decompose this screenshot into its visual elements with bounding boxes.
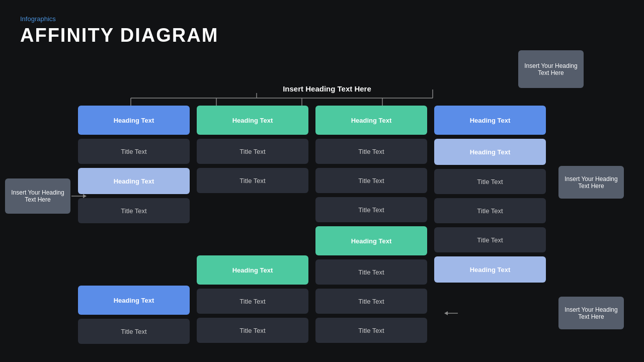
column-3: Heading TextTitle TextTitle TextTitle Te…: [315, 106, 427, 344]
card-col3-row1: Heading Text: [315, 106, 427, 135]
card-col1-row7: Heading Text: [78, 286, 190, 315]
card-col1-row4: Title Text: [78, 198, 190, 223]
card-col3-row8: Title Text: [315, 318, 427, 343]
card-text: Title Text: [358, 206, 384, 214]
card-text: Heading Text: [351, 237, 392, 245]
right-side-box-1: Insert Your Heading Text Here: [558, 166, 624, 199]
card-text: Title Text: [239, 148, 265, 155]
card-col3-row4: Title Text: [315, 197, 427, 222]
card-text: Title Text: [121, 207, 146, 215]
main-title: AFFINITY DIAGRAM: [20, 25, 624, 46]
center-heading: Insert Heading Text Here: [283, 84, 371, 93]
card-col2-row5: [197, 226, 308, 251]
card-text: Heading Text: [351, 117, 392, 124]
card-col3-row2: Title Text: [315, 139, 427, 164]
card-col4-row6: Heading Text: [434, 256, 546, 283]
card-col4-row3: Title Text: [434, 169, 546, 194]
columns: Heading TextTitle TextHeading TextTitle …: [78, 106, 546, 344]
card-col2-row6: Heading Text: [197, 255, 308, 285]
right-side-box-2: Insert Your Heading Text Here: [558, 297, 624, 329]
card-text: Heading Text: [232, 266, 273, 274]
card-text: Heading Text: [232, 117, 273, 124]
card-text: Title Text: [358, 177, 384, 185]
card-col3-row3: Title Text: [315, 168, 427, 193]
card-text: Title Text: [358, 298, 384, 305]
card-text: Heading Text: [114, 297, 154, 304]
card-text: Heading Text: [114, 117, 154, 124]
card-text: Heading Text: [470, 148, 511, 156]
card-col4-row1: Heading Text: [434, 106, 546, 135]
card-text: Title Text: [358, 148, 384, 155]
card-text: Title Text: [239, 298, 265, 305]
card-col1-row5: [78, 227, 190, 252]
card-text: Title Text: [358, 268, 384, 276]
card-text: Title Text: [358, 327, 384, 334]
card-col1-row1: Heading Text: [78, 106, 190, 135]
card-col3-row6: Title Text: [315, 259, 427, 285]
card-col2-row7: Title Text: [197, 289, 308, 314]
card-col4-row7: [434, 287, 546, 312]
card-text: Title Text: [239, 327, 265, 334]
card-col3-row5: Heading Text: [315, 226, 427, 255]
card-text: Title Text: [477, 236, 503, 244]
card-text: Heading Text: [114, 177, 154, 185]
card-text: Heading Text: [470, 266, 511, 274]
page: Infographics AFFINITY DIAGRAM Insert Hea…: [0, 0, 644, 362]
card-col3-row7: Title Text: [315, 289, 427, 314]
card-col4-row2: Heading Text: [434, 139, 546, 165]
label-infographics: Infographics: [20, 15, 624, 23]
card-col4-row4: Title Text: [434, 198, 546, 223]
card-col1-row3: Heading Text: [78, 168, 190, 194]
column-1: Heading TextTitle TextHeading TextTitle …: [78, 106, 190, 344]
card-col1-row8: Title Text: [78, 319, 190, 344]
card-text: Heading Text: [470, 117, 511, 124]
card-col1-row6: [78, 256, 190, 282]
card-text: Title Text: [477, 178, 503, 186]
left-side-box: Insert Your Heading Text Here: [5, 178, 70, 214]
card-col4-row8: [434, 316, 546, 341]
card-col2-row2: Title Text: [197, 139, 308, 164]
card-col2-row4: [197, 197, 308, 222]
column-2: Heading TextTitle TextTitle TextHeading …: [197, 106, 308, 344]
card-col2-row1: Heading Text: [197, 106, 308, 135]
card-col4-row5: Title Text: [434, 227, 546, 252]
diagram-area: Insert Heading Text Here Insert Your Hea…: [30, 50, 624, 352]
card-text: Title Text: [121, 148, 146, 155]
card-col2-row3: Title Text: [197, 168, 308, 193]
card-col2-row8: Title Text: [197, 318, 308, 343]
card-text: Title Text: [121, 328, 146, 335]
column-4: Heading TextHeading TextTitle TextTitle …: [434, 106, 546, 344]
card-text: Title Text: [239, 177, 265, 185]
top-right-box: Insert Your Heading Text Here: [518, 50, 584, 88]
card-text: Title Text: [477, 207, 503, 215]
card-col1-row2: Title Text: [78, 139, 190, 164]
